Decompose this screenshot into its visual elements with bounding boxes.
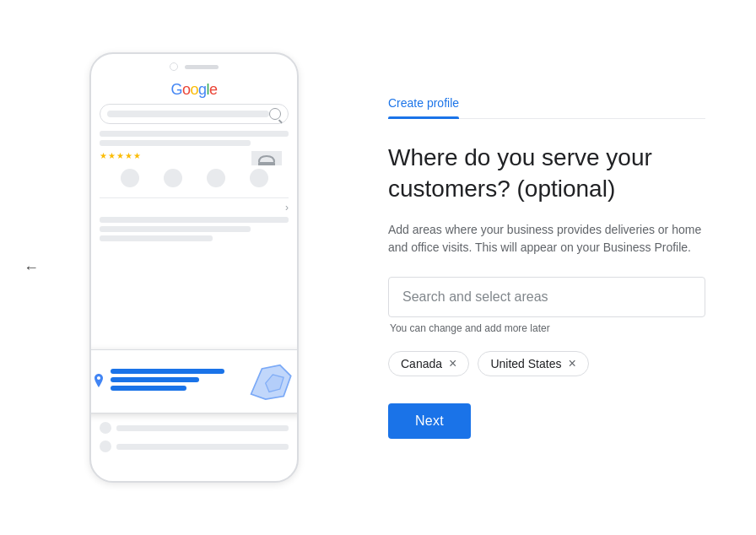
pin-icon: [94, 374, 104, 390]
tab-create-profile[interactable]: Create profile: [388, 96, 459, 118]
description-text: Add areas where your business provides d…: [388, 221, 705, 257]
form-section: Create profile Where do you serve your c…: [354, 96, 722, 439]
tag-canada-remove[interactable]: ×: [449, 357, 456, 370]
phone-speaker: [185, 65, 219, 69]
search-areas-input[interactable]: [402, 289, 691, 305]
search-areas-wrapper[interactable]: [388, 277, 705, 317]
chevron-right: ›: [100, 202, 289, 213]
tab-bar: Create profile: [388, 96, 705, 119]
tag-canada-label: Canada: [401, 357, 442, 370]
google-logo: Google: [100, 81, 289, 99]
tag-united-states-label: United States: [490, 357, 561, 370]
phone-bottom-content: [91, 417, 297, 464]
search-icon: [269, 108, 281, 120]
phone-camera: [170, 62, 178, 71]
result-lines: [100, 131, 289, 146]
phone-frame: Google ★ ★: [89, 52, 299, 483]
content-lines: [100, 217, 289, 241]
card-lines: [111, 369, 237, 394]
page-title: Where do you serve your customers? (opti…: [388, 143, 705, 204]
phone-illustration: Google ★ ★: [34, 52, 354, 483]
search-bar-mock: [100, 104, 289, 124]
map-polygon: [244, 360, 294, 403]
shop-icon: [251, 151, 282, 165]
next-button[interactable]: Next: [388, 403, 471, 439]
action-icons-row: [100, 165, 289, 191]
hint-text: You can change and add more later: [388, 322, 705, 334]
svg-rect-0: [258, 162, 275, 165]
tag-united-states: United States ×: [478, 351, 588, 376]
card-overlay: [89, 349, 299, 413]
tag-united-states-remove[interactable]: ×: [568, 357, 575, 370]
tag-canada: Canada ×: [388, 351, 469, 376]
tags-row: Canada × United States ×: [388, 351, 705, 376]
